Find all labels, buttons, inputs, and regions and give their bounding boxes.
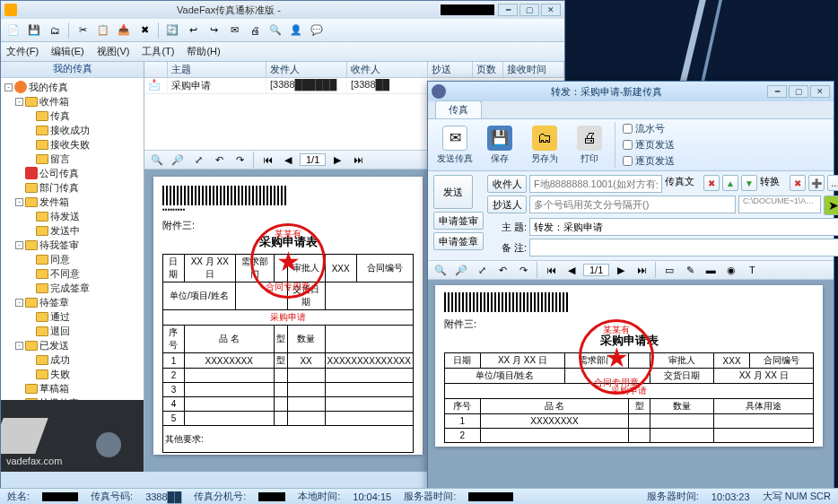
tree-item[interactable]: 传真 xyxy=(50,109,70,123)
last-page-icon[interactable]: ⏭ xyxy=(633,261,650,279)
col-pages[interactable]: 页数 xyxy=(473,62,503,77)
zoom-out-icon[interactable]: 🔍 xyxy=(148,151,166,169)
tree-item[interactable]: 部门传真 xyxy=(39,181,79,195)
print-button[interactable]: 🖨打印 xyxy=(570,126,609,165)
folder-tree[interactable]: -我的传真 -收件箱 传真 接收成功 接收失败 留言 公司传真 部门传真 -发件… xyxy=(1,78,144,400)
tree-item[interactable]: 草稿箱 xyxy=(39,382,69,395)
text-icon[interactable]: T xyxy=(743,261,761,279)
rotate-right-icon[interactable]: ↷ xyxy=(514,261,532,279)
cut-icon[interactable]: ✂ xyxy=(74,22,92,39)
close-button[interactable]: ✕ xyxy=(541,4,561,16)
dialog-titlebar[interactable]: 转发：采购申请-新建传真 ━ ▢ ✕ xyxy=(428,82,834,101)
up-icon[interactable]: ▲ xyxy=(722,175,738,191)
tab-fax[interactable]: 传真 xyxy=(435,100,482,118)
dialog-document-preview[interactable]: 附件三: 采购申请表 某某有合同专用章 日期XX 月 XX 日需求部门审批人XX… xyxy=(428,280,834,504)
dialog-minimize-button[interactable]: ━ xyxy=(767,85,787,98)
copy-icon[interactable]: 📋 xyxy=(94,22,112,39)
zoom-out-icon[interactable]: 🔍 xyxy=(432,261,450,279)
check-serial[interactable]: 流水号 xyxy=(623,122,675,135)
remove-attach-icon[interactable]: ✖ xyxy=(703,175,720,191)
menu-edit[interactable]: 编辑(E) xyxy=(51,45,84,58)
recipient-label-button[interactable]: 收件人 xyxy=(487,175,527,193)
tree-item[interactable]: 公司传真 xyxy=(39,167,79,180)
browse-icon[interactable]: … xyxy=(827,175,838,191)
print-icon[interactable]: 🖨 xyxy=(246,22,264,39)
tree-item[interactable]: 发送中 xyxy=(50,224,80,238)
col-from[interactable]: 发件人 xyxy=(266,62,347,77)
tree-outbox[interactable]: 发件箱 xyxy=(39,196,69,209)
tree-item[interactable]: 待签章 xyxy=(39,296,69,309)
tree-item[interactable]: 接收失败 xyxy=(50,138,90,152)
sign-seal-button[interactable]: 申请签章 xyxy=(433,232,484,250)
cc-input[interactable] xyxy=(529,196,736,213)
dialog-close-button[interactable]: ✕ xyxy=(810,85,830,98)
tree-root[interactable]: 我的传真 xyxy=(29,81,68,94)
cc-label-button[interactable]: 抄送人 xyxy=(487,196,527,213)
minimize-button[interactable]: ━ xyxy=(498,4,518,16)
down-icon[interactable]: ▼ xyxy=(741,175,757,191)
menu-file[interactable]: 文件(F) xyxy=(6,45,39,58)
search-icon[interactable]: 🔍 xyxy=(266,22,284,39)
check-pagewise2[interactable]: 逐页发送 xyxy=(623,154,675,168)
sign-review-button[interactable]: 申请签审 xyxy=(433,212,484,230)
rotate-left-icon[interactable]: ↶ xyxy=(210,151,228,169)
delete-icon[interactable]: ✖ xyxy=(135,22,153,39)
tree-item[interactable]: 完成签章 xyxy=(50,282,90,295)
add-icon[interactable]: ➕ xyxy=(808,175,825,191)
rotate-right-icon[interactable]: ↷ xyxy=(231,151,249,169)
check-pagewise1[interactable]: 逐页发送 xyxy=(623,138,675,152)
paste-icon[interactable]: 📥 xyxy=(115,22,133,39)
next-page-icon[interactable]: ▶ xyxy=(328,151,346,169)
tree-item[interactable]: 通过 xyxy=(50,310,70,324)
fit-icon[interactable]: ⤢ xyxy=(189,151,207,169)
remove2-icon[interactable]: ✖ xyxy=(790,175,806,191)
menu-tools[interactable]: 工具(T) xyxy=(142,45,174,58)
zoom-in-icon[interactable]: 🔎 xyxy=(169,151,187,169)
crop-icon[interactable]: ▭ xyxy=(660,261,678,279)
col-to[interactable]: 收件人 xyxy=(347,62,428,77)
refresh-icon[interactable]: 🔄 xyxy=(163,22,181,39)
menu-view[interactable]: 视图(V) xyxy=(97,45,130,58)
maximize-button[interactable]: ▢ xyxy=(519,4,539,16)
tree-item[interactable]: 不同意 xyxy=(50,267,80,281)
first-page-icon[interactable]: ⏮ xyxy=(258,151,276,169)
tree-item[interactable]: 已发送 xyxy=(39,339,69,352)
tree-item[interactable]: 接收成功 xyxy=(50,124,90,137)
reply-icon[interactable]: ↩ xyxy=(184,22,202,39)
prev-page-icon[interactable]: ◀ xyxy=(563,261,580,279)
zoom-in-icon[interactable]: 🔎 xyxy=(452,261,470,279)
tree-item[interactable]: 待我签审 xyxy=(39,239,79,252)
prev-page-icon[interactable]: ◀ xyxy=(279,151,297,169)
erase-icon[interactable]: ▬ xyxy=(702,261,720,279)
saveas-icon[interactable]: 🗂 xyxy=(46,22,64,39)
col-time[interactable]: 接收时间 xyxy=(503,62,564,77)
tree-item[interactable]: 同意 xyxy=(50,253,70,266)
recipient-input[interactable] xyxy=(529,175,662,193)
stamp-icon[interactable]: ◉ xyxy=(722,261,740,279)
col-icon[interactable] xyxy=(144,62,168,77)
tree-item[interactable]: 留言 xyxy=(50,152,70,166)
save-icon[interactable]: 💾 xyxy=(25,22,43,39)
next-page-icon[interactable]: ▶ xyxy=(612,261,630,279)
saveas-button[interactable]: 🗂另存为 xyxy=(525,126,564,165)
contacts-icon[interactable]: 👤 xyxy=(287,22,305,39)
subject-input[interactable] xyxy=(529,218,838,236)
send-button[interactable]: 发送 xyxy=(433,175,473,209)
tree-inbox[interactable]: 收件箱 xyxy=(39,95,69,109)
send-fax-button[interactable]: ✉发送传真 xyxy=(435,126,475,165)
last-page-icon[interactable]: ⏭ xyxy=(349,151,367,169)
help-icon[interactable]: 💬 xyxy=(308,22,326,39)
attach-path[interactable]: C:\DOCUME~1\A… xyxy=(738,196,821,213)
rotate-left-icon[interactable]: ↶ xyxy=(493,261,511,279)
first-page-icon[interactable]: ⏮ xyxy=(542,261,560,279)
tree-item[interactable]: 成功 xyxy=(50,353,70,367)
col-subject[interactable]: 主题 xyxy=(168,62,266,77)
mail-icon[interactable]: ✉ xyxy=(225,22,243,39)
dialog-maximize-button[interactable]: ▢ xyxy=(789,85,808,98)
tree-item[interactable]: 失败 xyxy=(50,368,70,381)
go-icon[interactable]: ➤ xyxy=(824,196,838,215)
menu-help[interactable]: 帮助(H) xyxy=(187,45,220,58)
tree-item[interactable]: 待发送 xyxy=(50,210,80,223)
col-cc[interactable]: 抄送 xyxy=(428,62,473,77)
fit-icon[interactable]: ⤢ xyxy=(473,261,491,279)
